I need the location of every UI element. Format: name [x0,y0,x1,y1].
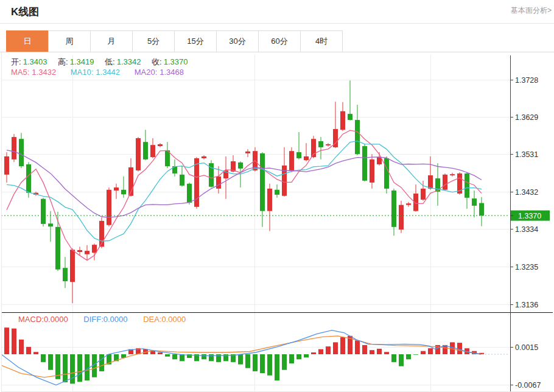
interval-tab-15分[interactable]: 15分 [174,30,217,52]
page-title: K线图 [11,5,39,19]
kline-chart[interactable]: 1.37281.36291.35311.34321.33341.32351.31… [0,52,554,392]
interval-tab-周[interactable]: 周 [48,30,91,52]
svg-text:1.3432: 1.3432 [515,188,538,197]
interval-tabbar: 日周月5分15分30分60分4时 [6,30,343,52]
kline-widget: K线图 基本面分析> 日周月5分15分30分60分4时 1.37281.3629… [0,0,554,392]
svg-text:-0.0067: -0.0067 [515,381,541,390]
axis-layer [1,52,553,391]
grid-layer [1,55,510,391]
interval-tab-5分[interactable]: 5分 [132,30,175,52]
interval-tab-60分[interactable]: 60分 [258,30,301,52]
svg-text:1.3370: 1.3370 [518,212,541,220]
svg-text:1.3531: 1.3531 [515,150,538,159]
ma-lines [7,130,482,261]
svg-text:1.3235: 1.3235 [515,263,538,271]
svg-text:0.0015: 0.0015 [515,343,538,352]
svg-text:1.3728: 1.3728 [515,76,538,85]
svg-text:1.3136: 1.3136 [515,301,538,309]
title-divider [0,23,554,24]
interval-tab-4时[interactable]: 4时 [300,30,343,52]
interval-tab-日[interactable]: 日 [6,30,49,52]
fundamental-analysis-link[interactable]: 基本面分析> [511,5,552,16]
current-price-tag: 1.3370 [510,211,550,221]
svg-text:1.3629: 1.3629 [515,113,538,122]
macd-histogram [4,327,484,383]
interval-tab-月[interactable]: 月 [90,30,133,52]
interval-tab-30分[interactable]: 30分 [216,30,259,52]
axis-labels: 1.37281.36291.35311.34321.33341.32351.31… [510,76,541,390]
svg-text:1.3334: 1.3334 [515,225,538,234]
